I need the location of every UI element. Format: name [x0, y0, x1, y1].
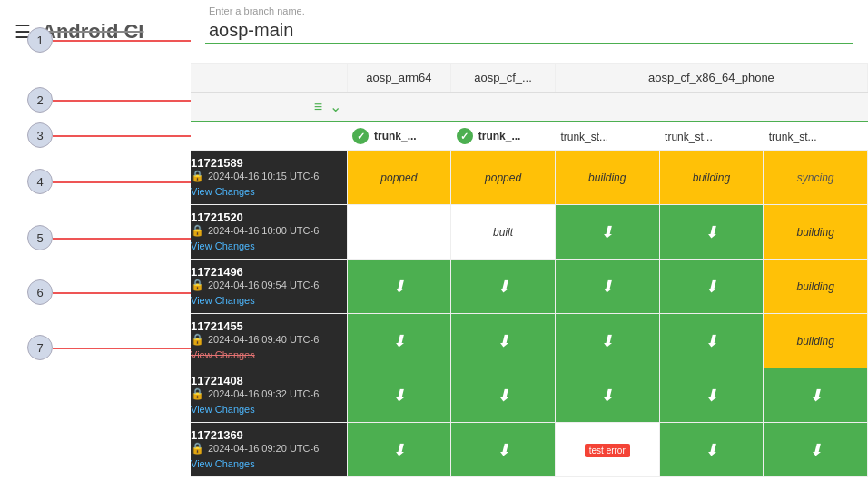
annotation-2: 2: [27, 87, 53, 113]
download-icon[interactable]: ⬇: [392, 332, 406, 350]
branch-label-cell-0: [191, 122, 347, 151]
status-cell: ⬇: [659, 314, 764, 368]
annotation-7: 7: [27, 335, 53, 360]
build-id: 11721455: [191, 319, 347, 333]
build-info-cell: 11721408🔒2024-04-16 09:32 UTC-6View Chan…: [191, 368, 347, 423]
table-row: 11721455🔒2024-04-16 09:40 UTC-6View Chan…: [191, 314, 868, 368]
arrow-2: [53, 100, 191, 102]
arrow-5: [53, 238, 191, 240]
lock-icon: 🔒: [191, 170, 204, 182]
branch-label-cell-5: trunk_st...: [764, 122, 868, 151]
download-icon[interactable]: ⬇: [497, 441, 510, 459]
download-icon[interactable]: ⬇: [600, 223, 614, 241]
lock-icon: 🔒: [191, 442, 204, 455]
build-id: 11721408: [191, 374, 347, 387]
date-text: 2024-04-16 09:32 UTC-6: [208, 388, 319, 399]
filter-icon[interactable]: ≡: [314, 99, 322, 115]
table-row: 11721496🔒2024-04-16 09:54 UTC-6View Chan…: [191, 260, 868, 314]
branch-label-3: trunk_st...: [560, 131, 608, 143]
status-text: building: [796, 226, 833, 239]
filter-icons-cell: ≡ ⌄: [191, 93, 347, 122]
sidebar: 1 2 3 4 5 6 7 ☰ Android CI: [0, 0, 191, 490]
status-cell: building: [764, 314, 868, 368]
date-text: 2024-04-16 09:40 UTC-6: [208, 334, 319, 345]
col-header-x86: aosp_cf_x86_64_phone: [555, 64, 867, 93]
download-icon[interactable]: ⬇: [392, 278, 406, 296]
col-header-cf: aosp_cf_...: [451, 64, 556, 93]
status-cell: popped: [451, 151, 556, 205]
status-text: popped: [380, 172, 417, 184]
annotation-3: 3: [27, 122, 53, 148]
view-changes-link[interactable]: View Changes: [191, 404, 255, 415]
status-text: popped: [485, 172, 521, 184]
download-icon[interactable]: ⬇: [705, 223, 718, 241]
col-header-build: [191, 64, 347, 93]
download-icon[interactable]: ⬇: [392, 387, 406, 405]
lock-icon: 🔒: [191, 279, 204, 291]
view-changes-link[interactable]: View Changes: [191, 458, 255, 469]
download-icon[interactable]: ⬇: [600, 387, 614, 405]
build-id: 11721520: [191, 211, 347, 224]
branch-label-2: trunk_...: [478, 130, 521, 142]
main-content: Enter a branch name. aosp_arm64 aosp_cf_…: [191, 0, 868, 490]
download-icon[interactable]: ⬇: [809, 441, 823, 459]
annotation-4: 4: [27, 169, 53, 194]
status-cell: building: [659, 151, 764, 205]
annotation-1: 1: [27, 27, 53, 53]
download-icon[interactable]: ⬇: [600, 332, 614, 350]
date-text: 2024-04-16 10:00 UTC-6: [208, 225, 319, 236]
view-changes-link[interactable]: View Changes: [191, 349, 255, 360]
arrow-1: [53, 40, 191, 42]
branch-label-5: trunk_st...: [769, 131, 817, 143]
status-cell: ⬇: [451, 423, 556, 477]
status-cell: ⬇: [451, 314, 556, 368]
status-cell: building: [555, 151, 659, 205]
sidebar-header: ☰ Android CI: [0, 0, 191, 64]
column-header-row: aosp_arm64 aosp_cf_... aosp_cf_x86_64_ph…: [191, 64, 868, 93]
arrow-4: [53, 181, 191, 183]
build-info-cell: 11721520🔒2024-04-16 10:00 UTC-6View Chan…: [191, 205, 347, 260]
build-date: 🔒2024-04-16 09:54 UTC-6: [191, 279, 347, 291]
filter-cell-4: [659, 93, 764, 122]
build-id: 11721496: [191, 265, 347, 279]
status-cell: ⬇: [451, 368, 556, 423]
filter-cell-2: [451, 93, 556, 122]
builds-tbody: 11721589🔒2024-04-16 10:15 UTC-6View Chan…: [191, 151, 868, 477]
branch-label-cell-1: ✓ trunk_...: [347, 122, 451, 151]
dropdown-arrow-icon[interactable]: ⌄: [330, 98, 341, 115]
view-changes-link[interactable]: View Changes: [191, 186, 255, 197]
view-changes-link[interactable]: View Changes: [191, 295, 255, 306]
branch-input[interactable]: [205, 18, 853, 44]
download-icon[interactable]: ⬇: [497, 278, 510, 296]
download-icon[interactable]: ⬇: [809, 387, 823, 405]
filter-row: ≡ ⌄: [191, 93, 868, 122]
lock-icon: 🔒: [191, 333, 204, 346]
status-text: building: [796, 280, 833, 293]
build-info-cell: 11721589🔒2024-04-16 10:15 UTC-6View Chan…: [191, 151, 347, 205]
annotation-6: 6: [27, 279, 53, 305]
download-icon[interactable]: ⬇: [600, 278, 614, 296]
download-icon[interactable]: ⬇: [497, 332, 510, 350]
table-row: 11721520🔒2024-04-16 10:00 UTC-6View Chan…: [191, 205, 868, 260]
status-cell: [347, 205, 451, 260]
download-icon[interactable]: ⬇: [705, 332, 718, 350]
build-date: 🔒2024-04-16 09:32 UTC-6: [191, 387, 347, 400]
branch-input-wrap: Enter a branch name.: [205, 18, 853, 44]
download-icon[interactable]: ⬇: [497, 387, 510, 405]
status-cell: popped: [347, 151, 451, 205]
check-icon-2: ✓: [457, 128, 473, 144]
view-changes-link[interactable]: View Changes: [191, 240, 255, 251]
download-icon[interactable]: ⬇: [705, 387, 718, 405]
download-icon[interactable]: ⬇: [705, 278, 718, 296]
download-icon[interactable]: ⬇: [705, 441, 718, 459]
status-cell: ⬇: [555, 314, 659, 368]
status-cell: ⬇: [659, 423, 764, 477]
filter-cell-1: [347, 93, 451, 122]
status-cell: test error: [555, 423, 659, 477]
builds-table: aosp_arm64 aosp_cf_... aosp_cf_x86_64_ph…: [191, 64, 868, 477]
download-icon[interactable]: ⬇: [392, 441, 406, 459]
status-cell: ⬇: [659, 260, 764, 314]
branch-label-cell-2: ✓ trunk_...: [451, 122, 556, 151]
table-container: aosp_arm64 aosp_cf_... aosp_cf_x86_64_ph…: [191, 64, 868, 490]
build-date: 🔒2024-04-16 09:40 UTC-6: [191, 333, 347, 346]
